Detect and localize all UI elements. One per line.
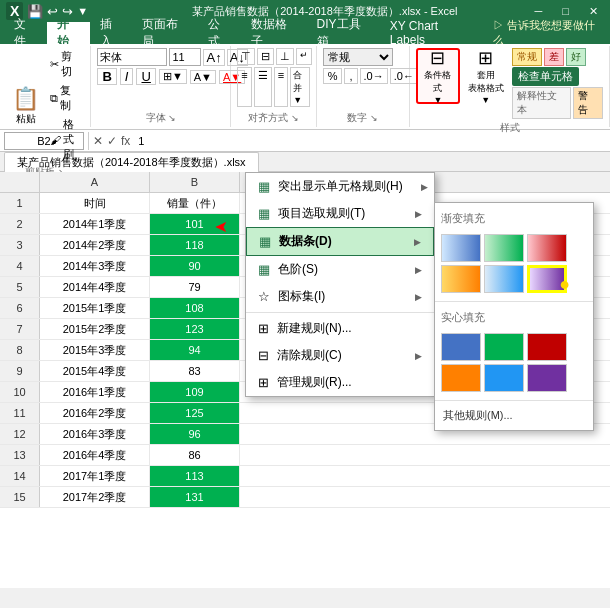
tab-xy[interactable]: XY Chart Labels bbox=[380, 22, 483, 44]
table-format-button[interactable]: ⊞ 套用表格格式▼ bbox=[464, 48, 508, 104]
solid-red-btn[interactable] bbox=[527, 333, 567, 361]
tab-file[interactable]: 文件 bbox=[4, 22, 47, 44]
clear-rule-icon: ⊟ bbox=[258, 348, 269, 363]
cancel-formula-icon[interactable]: ✕ bbox=[93, 134, 103, 148]
cell-b3[interactable]: 118 bbox=[150, 235, 240, 255]
cell-b4[interactable]: 90 bbox=[150, 256, 240, 276]
cell-b13[interactable]: 86 bbox=[150, 445, 240, 465]
gradient-blue-btn[interactable] bbox=[441, 234, 481, 262]
cell-b10[interactable]: 109 bbox=[150, 382, 240, 402]
cell-a13[interactable]: 2016年4季度 bbox=[40, 445, 150, 465]
percent-btn[interactable]: % bbox=[323, 68, 343, 84]
more-rules-btn[interactable]: 其他规则(M)... bbox=[435, 405, 593, 426]
cell-a1[interactable]: 时间 bbox=[40, 193, 150, 213]
font-name-input[interactable] bbox=[97, 48, 167, 66]
cell-b9[interactable]: 83 bbox=[150, 361, 240, 381]
tab-insert[interactable]: 插入 bbox=[90, 22, 133, 44]
solid-purple-btn[interactable] bbox=[527, 364, 567, 392]
align-left-btn[interactable]: ≡ bbox=[237, 67, 251, 107]
number-format-select[interactable]: 常规 bbox=[323, 48, 393, 66]
cell-a15[interactable]: 2017年2季度 bbox=[40, 487, 150, 507]
warn-btn[interactable]: 警告 bbox=[573, 87, 603, 119]
underline-btn[interactable]: U bbox=[136, 68, 155, 85]
cell-a2[interactable]: 2014年1季度 bbox=[40, 214, 150, 234]
font-size-input[interactable] bbox=[169, 48, 201, 66]
gradient-lightblue-btn[interactable] bbox=[484, 265, 524, 293]
tab-data[interactable]: 数据格子 bbox=[241, 22, 307, 44]
cell-a8[interactable]: 2015年3季度 bbox=[40, 340, 150, 360]
paste-button[interactable]: 📋 粘贴 bbox=[6, 82, 45, 130]
text-wrap-btn[interactable]: ↵ bbox=[296, 48, 312, 65]
cell-a14[interactable]: 2017年1季度 bbox=[40, 466, 150, 486]
align-top-btn[interactable]: ⊤ bbox=[237, 48, 255, 65]
cell-b8[interactable]: 94 bbox=[150, 340, 240, 360]
tab-page-layout[interactable]: 页面布局 bbox=[132, 22, 198, 44]
close-btn[interactable]: ✕ bbox=[583, 5, 604, 18]
cell-b6[interactable]: 108 bbox=[150, 298, 240, 318]
menu-item-top-rules[interactable]: ▦ 项目选取规则(T) bbox=[246, 200, 434, 227]
bad-style-btn[interactable]: 差 bbox=[544, 48, 564, 66]
border-btn[interactable]: ⊞▼ bbox=[159, 69, 187, 84]
menu-item-new-rule[interactable]: ⊞ 新建规则(N)... bbox=[246, 315, 434, 342]
copy-button[interactable]: ⧉ 复制 bbox=[47, 82, 84, 114]
gradient-green-btn[interactable] bbox=[484, 234, 524, 262]
cell-a5[interactable]: 2014年4季度 bbox=[40, 277, 150, 297]
minimize-btn[interactable]: ─ bbox=[529, 5, 549, 17]
tab-home[interactable]: 开始 bbox=[47, 22, 90, 44]
menu-item-clear-rule[interactable]: ⊟ 清除规则(C) bbox=[246, 342, 434, 369]
cell-b11[interactable]: 125 bbox=[150, 403, 240, 423]
normal-style-btn[interactable]: 常规 bbox=[512, 48, 542, 66]
cell-a4[interactable]: 2014年3季度 bbox=[40, 256, 150, 276]
cell-b5[interactable]: 79 bbox=[150, 277, 240, 297]
col-header-b[interactable]: B bbox=[150, 172, 240, 192]
italic-btn[interactable]: I bbox=[120, 68, 134, 85]
cell-b12[interactable]: 96 bbox=[150, 424, 240, 444]
tab-diy[interactable]: DIY工具箱 bbox=[307, 22, 380, 44]
menu-item-manage-rules[interactable]: ⊞ 管理规则(R)... bbox=[246, 369, 434, 396]
good-style-btn[interactable]: 好 bbox=[566, 48, 586, 66]
menu-item-icon-sets[interactable]: ☆ 图标集(I) bbox=[246, 283, 434, 310]
format-painter-button[interactable]: 🖌 格式刷 bbox=[47, 116, 84, 163]
tab-formula[interactable]: 公式 bbox=[198, 22, 241, 44]
align-center-btn[interactable]: ☰ bbox=[254, 67, 272, 107]
cell-b7[interactable]: 123 bbox=[150, 319, 240, 339]
check-cell-btn[interactable]: 检查单元格 bbox=[512, 67, 579, 86]
cell-a3[interactable]: 2014年2季度 bbox=[40, 235, 150, 255]
cell-a10[interactable]: 2016年1季度 bbox=[40, 382, 150, 402]
solid-orange-btn[interactable] bbox=[441, 364, 481, 392]
cut-button[interactable]: ✂ 剪切 bbox=[47, 48, 84, 80]
cell-b15[interactable]: 131 bbox=[150, 487, 240, 507]
cell-b14[interactable]: 113 bbox=[150, 466, 240, 486]
bold-btn[interactable]: B bbox=[97, 68, 116, 85]
comma-btn[interactable]: , bbox=[344, 68, 357, 84]
increase-font-btn[interactable]: A↑ bbox=[203, 49, 224, 66]
solid-blue-btn[interactable] bbox=[441, 333, 481, 361]
align-middle-btn[interactable]: ⊟ bbox=[257, 48, 274, 65]
cell-a9[interactable]: 2015年4季度 bbox=[40, 361, 150, 381]
col-header-a[interactable]: A bbox=[40, 172, 150, 192]
solid-green-btn[interactable] bbox=[484, 333, 524, 361]
gradient-red-btn[interactable] bbox=[527, 234, 567, 262]
gradient-purple-btn[interactable]: ● bbox=[527, 265, 567, 293]
explain-btn[interactable]: 解释性文本 bbox=[512, 87, 572, 119]
confirm-formula-icon[interactable]: ✓ bbox=[107, 134, 117, 148]
menu-item-color-scales[interactable]: ▦ 色阶(S) bbox=[246, 256, 434, 283]
cell-a12[interactable]: 2016年3季度 bbox=[40, 424, 150, 444]
menu-item-highlight-rules[interactable]: ▦ 突出显示单元格规则(H) bbox=[246, 173, 434, 200]
gradient-orange-btn[interactable] bbox=[441, 265, 481, 293]
cell-a7[interactable]: 2015年2季度 bbox=[40, 319, 150, 339]
solid-lightblue-btn[interactable] bbox=[484, 364, 524, 392]
align-right-btn[interactable]: ≡ bbox=[274, 67, 288, 107]
insert-function-icon[interactable]: fx bbox=[121, 134, 130, 148]
conditional-format-button[interactable]: ⊟ 条件格式▼ bbox=[416, 48, 460, 104]
cell-b1[interactable]: 销量（件） bbox=[150, 193, 240, 213]
maximize-btn[interactable]: □ bbox=[556, 5, 575, 17]
align-bottom-btn[interactable]: ⊥ bbox=[276, 48, 294, 65]
fill-color-btn[interactable]: A▼ bbox=[190, 70, 216, 84]
tab-help[interactable]: ▷ 告诉我您想要做什么 bbox=[483, 22, 610, 44]
merge-btn[interactable]: 合并▼ bbox=[290, 67, 310, 107]
cell-a6[interactable]: 2015年1季度 bbox=[40, 298, 150, 318]
increase-decimal-btn[interactable]: .0→ bbox=[360, 68, 388, 84]
menu-item-data-bars[interactable]: ▦ 数据条(D) bbox=[246, 227, 434, 256]
cell-a11[interactable]: 2016年2季度 bbox=[40, 403, 150, 423]
